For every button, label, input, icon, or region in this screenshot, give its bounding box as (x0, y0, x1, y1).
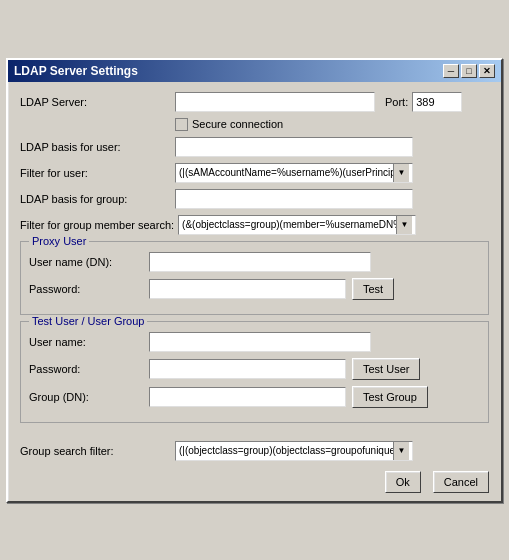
test-group-row: Group (DN): Test Group (29, 386, 480, 408)
filter-user-combo[interactable]: (|(sAMAccountName=%username%)(userPrinci… (175, 163, 413, 183)
filter-group-combo[interactable]: (&(objectclass=group)(member=%usernameDN… (178, 215, 416, 235)
ok-button[interactable]: Ok (385, 471, 421, 493)
filter-user-arrow[interactable]: ▼ (393, 164, 409, 182)
test-user-title: Test User / User Group (29, 315, 147, 327)
filter-user-value: (|(sAMAccountName=%username%)(userPrinci… (179, 167, 393, 178)
title-bar-buttons: ─ □ ✕ (443, 64, 495, 78)
test-user-section: Test User / User Group User name: Passwo… (20, 321, 489, 423)
secure-checkbox[interactable] (175, 118, 188, 131)
filter-user-row: Filter for user: (|(sAMAccountName=%user… (20, 163, 489, 183)
proxy-username-input[interactable] (149, 252, 371, 272)
close-button[interactable]: ✕ (479, 64, 495, 78)
dialog-content: LDAP Server: Port: Secure connection LDA… (8, 82, 501, 437)
filter-group-value: (&(objectclass=group)(member=%usernameDN… (182, 219, 396, 230)
proxy-password-row: Password: Test (29, 278, 480, 300)
test-password-row: Password: Test User (29, 358, 480, 380)
main-window: LDAP Server Settings ─ □ ✕ LDAP Server: … (6, 58, 503, 503)
cancel-button[interactable]: Cancel (433, 471, 489, 493)
ldap-server-input[interactable] (175, 92, 375, 112)
ldap-basis-group-row: LDAP basis for group: (20, 189, 489, 209)
test-password-label: Password: (29, 363, 149, 375)
test-group-label: Group (DN): (29, 391, 149, 403)
test-username-input[interactable] (149, 332, 371, 352)
filter-group-arrow[interactable]: ▼ (396, 216, 412, 234)
ldap-basis-group-input[interactable] (175, 189, 413, 209)
test-group-button[interactable]: Test Group (352, 386, 428, 408)
ldap-basis-user-row: LDAP basis for user: (20, 137, 489, 157)
proxy-username-row: User name (DN): (29, 252, 480, 272)
test-group-input-row: Test Group (149, 386, 428, 408)
proxy-password-input-row: Test (149, 278, 394, 300)
test-password-input-row: Test User (149, 358, 420, 380)
ldap-basis-user-label: LDAP basis for user: (20, 141, 175, 153)
filter-group-row: Filter for group member search: (&(objec… (20, 215, 489, 235)
secure-label: Secure connection (192, 118, 283, 130)
test-username-row: User name: (29, 332, 480, 352)
title-bar: LDAP Server Settings ─ □ ✕ (8, 60, 501, 82)
filter-user-label: Filter for user: (20, 167, 175, 179)
group-search-value: (|(objectclass=group)(objectclass=groupo… (179, 445, 393, 456)
ldap-basis-group-label: LDAP basis for group: (20, 193, 175, 205)
minimize-button[interactable]: ─ (443, 64, 459, 78)
window-title: LDAP Server Settings (14, 64, 138, 78)
filter-group-label: Filter for group member search: (20, 219, 178, 231)
proxy-password-label: Password: (29, 283, 149, 295)
ldap-server-row: LDAP Server: Port: (20, 92, 489, 112)
proxy-user-section: Proxy User User name (DN): Password: Tes… (20, 241, 489, 315)
proxy-test-button[interactable]: Test (352, 278, 394, 300)
port-input[interactable] (412, 92, 462, 112)
secure-connection-row: Secure connection (175, 118, 489, 131)
proxy-user-title: Proxy User (29, 235, 89, 247)
test-user-content: User name: Password: Test User Group (DN… (29, 332, 480, 408)
group-search-arrow[interactable]: ▼ (393, 442, 409, 460)
group-search-combo[interactable]: (|(objectclass=group)(objectclass=groupo… (175, 441, 413, 461)
bottom-buttons: Ok Cancel (8, 465, 501, 501)
maximize-button[interactable]: □ (461, 64, 477, 78)
test-group-input[interactable] (149, 387, 346, 407)
group-search-label: Group search filter: (20, 445, 175, 457)
proxy-password-input[interactable] (149, 279, 346, 299)
group-search-row: Group search filter: (|(objectclass=grou… (8, 437, 501, 465)
test-password-input[interactable] (149, 359, 346, 379)
test-username-label: User name: (29, 336, 149, 348)
ldap-server-label: LDAP Server: (20, 96, 175, 108)
test-user-button[interactable]: Test User (352, 358, 420, 380)
proxy-username-label: User name (DN): (29, 256, 149, 268)
ldap-basis-user-input[interactable] (175, 137, 413, 157)
proxy-user-content: User name (DN): Password: Test (29, 252, 480, 300)
port-label: Port: (385, 96, 408, 108)
